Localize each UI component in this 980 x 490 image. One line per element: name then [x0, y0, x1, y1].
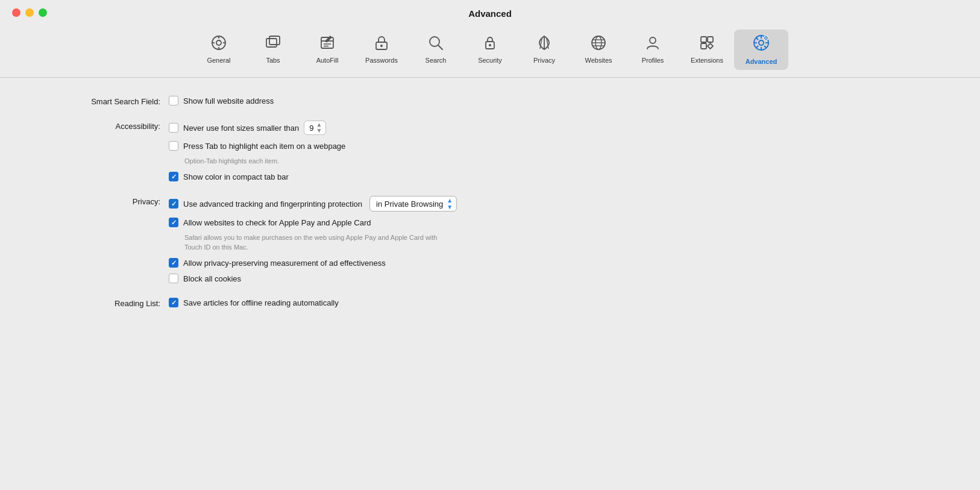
tab-websites[interactable]: Websites — [571, 31, 626, 69]
never-use-font-label[interactable]: Never use font sizes smaller than — [183, 124, 299, 133]
tab-search-label: Search — [426, 57, 447, 64]
private-browsing-arrows: ▲ ▼ — [447, 197, 453, 210]
svg-rect-26 — [701, 43, 706, 49]
websites-icon — [590, 34, 607, 54]
never-use-font-checkbox[interactable] — [169, 123, 178, 133]
font-size-value: 9 — [309, 124, 313, 133]
save-articles-row: Save articles for offline reading automa… — [169, 298, 339, 307]
extensions-icon — [699, 34, 715, 54]
tab-extensions[interactable]: Extensions — [680, 31, 734, 69]
save-articles-label[interactable]: Save articles for offline reading automa… — [183, 298, 339, 307]
privacy-controls: Use advanced tracking and fingerprinting… — [169, 196, 457, 283]
svg-line-15 — [439, 46, 443, 50]
privacy-label: Privacy: — [36, 196, 169, 206]
tab-autofill-label: AutoFill — [316, 57, 339, 64]
privacy-row: Privacy: Use advanced tracking and finge… — [36, 196, 944, 283]
tab-advanced[interactable]: Advanced — [734, 30, 788, 70]
accessibility-row: Accessibility: Never use font sizes smal… — [36, 121, 944, 181]
svg-rect-24 — [701, 37, 706, 42]
ad-measurement-checkbox[interactable] — [169, 258, 178, 268]
svg-line-33 — [764, 46, 767, 48]
reading-list-row: Reading List: Save articles for offline … — [36, 298, 944, 308]
apple-pay-hint: Safari allows you to make purchases on t… — [184, 233, 457, 252]
tab-advanced-label: Advanced — [746, 58, 777, 65]
tab-privacy[interactable]: Privacy — [517, 31, 571, 69]
accessibility-controls: Never use font sizes smaller than 9 ▲▼ P… — [169, 121, 345, 181]
reading-list-label: Reading List: — [36, 298, 169, 308]
apple-pay-row: Allow websites to check for Apple Pay an… — [169, 218, 457, 227]
tab-security-label: Security — [478, 57, 502, 64]
tab-tabs[interactable]: Tabs — [246, 31, 300, 69]
block-cookies-label[interactable]: Block all cookies — [183, 274, 241, 283]
apple-pay-checkbox[interactable] — [169, 218, 178, 227]
show-full-address-row: Show full website address — [169, 96, 274, 105]
svg-rect-7 — [269, 36, 280, 45]
svg-line-32 — [756, 38, 759, 40]
window-title: Advanced — [468, 8, 512, 19]
block-cookies-checkbox[interactable] — [169, 274, 178, 283]
smart-search-controls: Show full website address — [169, 96, 274, 105]
reading-list-controls: Save articles for offline reading automa… — [169, 298, 339, 307]
maximize-button[interactable] — [39, 8, 47, 17]
tab-passwords[interactable]: Passwords — [354, 31, 409, 69]
show-full-address-checkbox[interactable] — [169, 96, 178, 105]
show-color-label[interactable]: Show color in compact tab bar — [183, 172, 289, 181]
tab-profiles[interactable]: Profiles — [626, 31, 680, 69]
font-size-arrows: ▲▼ — [316, 122, 322, 134]
advanced-icon — [752, 33, 771, 55]
show-color-checkbox[interactable] — [169, 172, 178, 181]
tab-websites-label: Websites — [585, 57, 612, 64]
tab-passwords-label: Passwords — [365, 57, 398, 64]
tab-privacy-label: Privacy — [533, 57, 555, 64]
show-color-row: Show color in compact tab bar — [169, 172, 345, 181]
tab-tabs-label: Tabs — [266, 57, 280, 64]
profiles-icon — [644, 34, 661, 54]
search-icon — [427, 34, 444, 54]
minimize-button[interactable] — [25, 8, 34, 17]
apple-pay-label[interactable]: Allow websites to check for Apple Pay an… — [183, 218, 371, 227]
private-browsing-select[interactable]: in Private Browsing ▲ ▼ — [369, 196, 457, 212]
content-area: Smart Search Field: Show full website ad… — [0, 78, 980, 341]
advanced-tracking-checkbox[interactable] — [169, 199, 178, 209]
block-cookies-row: Block all cookies — [169, 274, 457, 283]
window-controls — [12, 8, 47, 17]
private-browsing-value: in Private Browsing — [376, 199, 443, 209]
tabs-icon — [265, 34, 281, 54]
security-icon — [482, 34, 498, 54]
press-tab-hint: Option-Tab highlights each item. — [184, 157, 345, 166]
press-tab-label[interactable]: Press Tab to highlight each item on a we… — [183, 142, 345, 151]
smart-search-row: Smart Search Field: Show full website ad… — [36, 96, 944, 106]
toolbar: General Tabs AutoFill — [0, 25, 980, 78]
press-tab-row: Press Tab to highlight each item on a we… — [169, 141, 345, 151]
privacy-icon — [536, 34, 553, 54]
tab-search[interactable]: Search — [409, 31, 463, 69]
title-bar: Advanced — [0, 0, 980, 25]
ad-measurement-row: Allow privacy-preserving measurement of … — [169, 258, 457, 268]
tab-general-label: General — [207, 57, 230, 64]
passwords-icon — [373, 34, 390, 54]
svg-point-27 — [759, 40, 764, 45]
ad-measurement-label[interactable]: Allow privacy-preserving measurement of … — [183, 259, 386, 268]
press-tab-checkbox[interactable] — [169, 141, 178, 151]
svg-point-17 — [489, 44, 491, 46]
smart-search-label: Smart Search Field: — [36, 96, 169, 106]
close-button[interactable] — [12, 8, 20, 17]
svg-line-35 — [756, 46, 759, 48]
tab-profiles-label: Profiles — [642, 57, 664, 64]
font-size-select[interactable]: 9 ▲▼ — [304, 121, 326, 135]
show-full-address-label[interactable]: Show full website address — [183, 96, 274, 105]
svg-point-13 — [380, 45, 383, 47]
accessibility-label: Accessibility: — [36, 121, 169, 131]
never-use-font-row: Never use font sizes smaller than 9 ▲▼ — [169, 121, 345, 135]
svg-point-14 — [430, 37, 439, 46]
advanced-tracking-label[interactable]: Use advanced tracking and fingerprinting… — [183, 199, 362, 209]
svg-point-23 — [650, 37, 656, 43]
save-articles-checkbox[interactable] — [169, 298, 178, 307]
tab-autofill[interactable]: AutoFill — [300, 31, 354, 69]
advanced-tracking-row: Use advanced tracking and fingerprinting… — [169, 196, 457, 212]
tab-general[interactable]: General — [192, 31, 246, 69]
tab-extensions-label: Extensions — [691, 57, 723, 64]
svg-rect-6 — [266, 39, 277, 47]
tab-security[interactable]: Security — [463, 31, 517, 69]
svg-point-1 — [216, 40, 221, 45]
